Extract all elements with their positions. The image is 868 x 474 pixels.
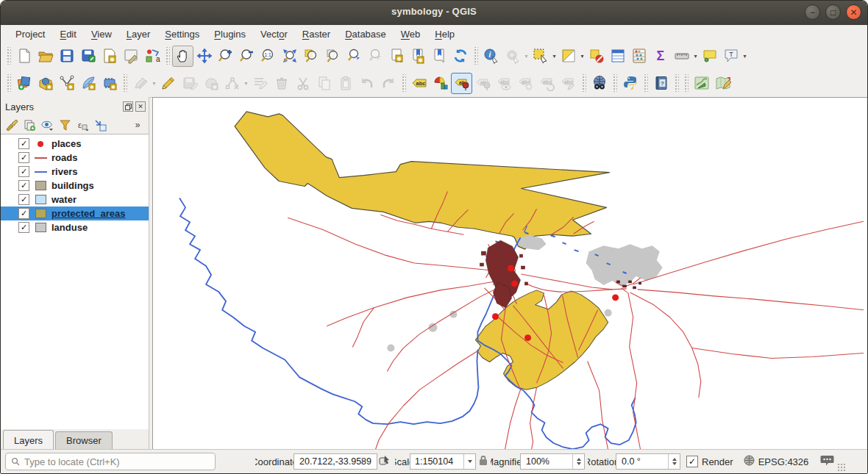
- python-console-icon[interactable]: [619, 73, 641, 94]
- layer-row-water[interactable]: ✓ water: [1, 193, 149, 207]
- toolbar-handle[interactable]: [581, 74, 586, 92]
- menu-plugins[interactable]: Plugins: [207, 26, 253, 42]
- zoom-full-icon[interactable]: [279, 46, 300, 67]
- menu-layer[interactable]: Layer: [119, 26, 158, 42]
- manage-themes-icon[interactable]: [39, 117, 55, 133]
- add-group-icon[interactable]: [21, 117, 38, 133]
- rotation-spinbox[interactable]: 0.0 °: [616, 453, 680, 470]
- new-shapefile-layer-icon[interactable]: ✱: [56, 73, 77, 94]
- data-source-manager-icon[interactable]: [13, 73, 35, 94]
- layer-row-places[interactable]: ✓ places: [1, 137, 149, 151]
- layer-checkbox[interactable]: ✓: [18, 152, 29, 163]
- new-virtual-layer-icon[interactable]: ✱: [99, 73, 120, 94]
- open-attribute-table-icon[interactable]: [607, 46, 628, 67]
- save-project-icon[interactable]: [56, 46, 77, 67]
- current-edits-icon[interactable]: [129, 73, 151, 94]
- menu-edit[interactable]: Edit: [52, 26, 83, 42]
- change-label-icon[interactable]: abc: [558, 73, 579, 94]
- new-project-icon[interactable]: [13, 46, 35, 67]
- zoom-in-icon[interactable]: [215, 46, 236, 67]
- toolbar-handle[interactable]: [6, 74, 11, 92]
- toolbar-handle[interactable]: [612, 74, 617, 92]
- filter-legend-icon[interactable]: [57, 117, 73, 133]
- show-layout-manager-icon[interactable]: [120, 46, 141, 67]
- layer-checkbox[interactable]: ✓: [18, 222, 29, 233]
- copy-features-icon[interactable]: [313, 73, 335, 94]
- expand-collapse-icon[interactable]: [92, 117, 108, 133]
- scale-combo[interactable]: 1:150104: [410, 453, 476, 470]
- zoom-next-icon[interactable]: [364, 46, 385, 67]
- metasearch-icon[interactable]: [588, 73, 610, 94]
- text-annotation-icon[interactable]: T: [720, 46, 741, 67]
- zoom-to-layer-icon[interactable]: [321, 46, 343, 67]
- line-symbol[interactable]: [34, 171, 47, 173]
- new-bookmark-icon[interactable]: ✱: [385, 46, 407, 67]
- styling-dock-icon[interactable]: [4, 117, 20, 133]
- rotate-label-icon[interactable]: abc: [536, 73, 558, 94]
- layer-row-rivers[interactable]: ✓ rivers: [1, 165, 149, 179]
- layer-row-landuse[interactable]: ✓ landuse: [1, 220, 149, 234]
- measure-icon[interactable]: [671, 46, 692, 67]
- toolbar-handle[interactable]: [401, 74, 406, 92]
- fill-symbol[interactable]: [34, 209, 47, 218]
- deselect-all-icon[interactable]: [586, 46, 607, 67]
- resize-grip[interactable]: [837, 463, 846, 472]
- toolbar-handle[interactable]: [643, 74, 648, 92]
- minimize-button[interactable]: −: [805, 4, 820, 20]
- pan-to-selection-icon[interactable]: [193, 46, 215, 67]
- delete-selected-icon[interactable]: [271, 73, 292, 94]
- pan-map-icon[interactable]: [172, 46, 193, 67]
- paste-features-icon[interactable]: [335, 73, 356, 94]
- rotation-spin-icons[interactable]: [668, 454, 680, 469]
- run-feature-action-icon[interactable]: [502, 46, 523, 67]
- map-tips-icon[interactable]: [699, 46, 720, 67]
- menu-vector[interactable]: Vector: [253, 26, 295, 42]
- layer-labeling-icon[interactable]: abc: [408, 73, 430, 94]
- toggle-editing-icon[interactable]: [157, 73, 179, 94]
- zoom-last-icon[interactable]: [343, 46, 364, 67]
- statistical-summary-icon[interactable]: Σ: [650, 46, 671, 67]
- title-bar[interactable]: symbology - QGIS − □ ✕: [1, 1, 867, 26]
- crs-globe-icon[interactable]: [744, 455, 755, 468]
- toolbar-handle[interactable]: [683, 74, 689, 92]
- plugin-map-1-icon[interactable]: [691, 73, 712, 94]
- refresh-icon[interactable]: [449, 46, 471, 67]
- select-features-icon[interactable]: [530, 46, 551, 67]
- magnifier-spin-icons[interactable]: [572, 454, 584, 469]
- messages-icon[interactable]: [820, 455, 834, 468]
- zoom-to-selection-icon[interactable]: [300, 46, 321, 67]
- move-label-icon[interactable]: abc: [515, 73, 536, 94]
- menu-project[interactable]: Project: [8, 26, 52, 42]
- scale-dropdown-icon[interactable]: [463, 454, 475, 469]
- layer-row-protected-areas[interactable]: ✓ protected_areas: [1, 207, 149, 220]
- map-canvas[interactable]: [152, 97, 868, 450]
- tab-layers[interactable]: Layers: [3, 430, 54, 450]
- new-geopackage-layer-icon[interactable]: ✱: [35, 73, 56, 94]
- line-symbol[interactable]: [34, 157, 47, 159]
- close-button[interactable]: ✕: [846, 4, 861, 20]
- redo-icon[interactable]: [377, 73, 399, 94]
- save-project-as-icon[interactable]: [77, 46, 99, 67]
- new-spatialite-layer-icon[interactable]: ✱: [77, 73, 99, 94]
- layer-checkbox[interactable]: ✓: [18, 138, 29, 149]
- field-calculator-icon[interactable]: [628, 46, 650, 67]
- help-contents-icon[interactable]: ?: [650, 73, 672, 94]
- menu-web[interactable]: Web: [394, 26, 428, 42]
- toolbar-handle[interactable]: [473, 47, 478, 65]
- toolbar-handle[interactable]: [6, 47, 11, 65]
- pin-labels-icon[interactable]: ab: [472, 73, 494, 94]
- highlight-pinned-labels-icon[interactable]: ab: [451, 73, 472, 94]
- plugin-map-2-icon[interactable]: [712, 73, 733, 94]
- lock-scale-icon[interactable]: [478, 455, 488, 468]
- open-project-icon[interactable]: [35, 46, 56, 67]
- maximize-button[interactable]: □: [825, 4, 841, 20]
- modify-attributes-icon[interactable]: [249, 73, 271, 94]
- save-layer-edits-icon[interactable]: [179, 73, 200, 94]
- layer-checkbox[interactable]: ✓: [18, 166, 29, 177]
- expression-filter-icon[interactable]: ε: [74, 117, 90, 133]
- bookmark-manager-icon[interactable]: [428, 46, 449, 67]
- menu-view[interactable]: View: [84, 26, 119, 42]
- vertex-tool-icon[interactable]: [221, 73, 243, 94]
- close-panel-icon[interactable]: ✕: [135, 101, 146, 112]
- panel-overflow-icon[interactable]: »: [129, 117, 146, 133]
